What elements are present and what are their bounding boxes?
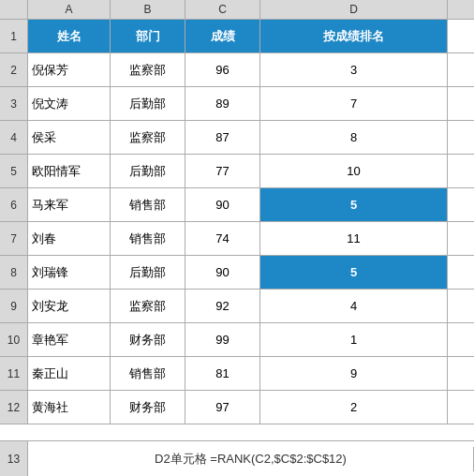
cell-dept-11: 销售部 bbox=[111, 357, 185, 390]
cell-dept-2: 监察部 bbox=[111, 53, 185, 86]
cell-name-8: 刘瑞锋 bbox=[28, 256, 111, 289]
cell-rank-12: 2 bbox=[260, 391, 448, 424]
cell-score-7: 74 bbox=[185, 222, 260, 255]
cell-dept-4: 监察部 bbox=[111, 121, 185, 154]
formula-text: D2单元格 =RANK(C2,$C$2:$C$12) bbox=[28, 447, 474, 471]
table-row: 8 刘瑞锋 后勤部 90 5 bbox=[0, 256, 474, 290]
table-row: 11 秦正山 销售部 81 9 bbox=[0, 357, 474, 391]
cell-rank-4: 8 bbox=[260, 121, 448, 154]
cell-rank-8: 5 bbox=[260, 256, 448, 289]
row-num-8: 8 bbox=[0, 256, 28, 289]
cell-name-2: 倪保芳 bbox=[28, 53, 111, 86]
cell-rank-9: 4 bbox=[260, 290, 448, 322]
row-num-5: 5 bbox=[0, 155, 28, 187]
col-header-d: D bbox=[260, 0, 448, 19]
cell-dept-10: 财务部 bbox=[111, 323, 185, 356]
cell-rank-3: 7 bbox=[260, 87, 448, 120]
row-num-2: 2 bbox=[0, 53, 28, 86]
table-row: 6 马来军 销售部 90 5 bbox=[0, 188, 474, 222]
cell-name-4: 侯采 bbox=[28, 121, 111, 154]
cell-score-8: 90 bbox=[185, 256, 260, 289]
formula-row: 13 D2单元格 =RANK(C2,$C$2:$C$12) bbox=[0, 440, 474, 476]
header-dept: 部门 bbox=[111, 20, 185, 52]
cell-rank-10: 1 bbox=[260, 323, 448, 356]
cell-score-5: 77 bbox=[185, 155, 260, 187]
cell-name-7: 刘春 bbox=[28, 222, 111, 255]
cell-dept-5: 后勤部 bbox=[111, 155, 185, 187]
table-row: 12 黄海社 财务部 97 2 bbox=[0, 391, 474, 424]
cell-name-3: 倪文涛 bbox=[28, 87, 111, 120]
cell-dept-12: 财务部 bbox=[111, 391, 185, 424]
table-row: 2 倪保芳 监察部 96 3 bbox=[0, 53, 474, 87]
header-name: 姓名 bbox=[28, 20, 111, 52]
table-row: 4 侯采 监察部 87 8 bbox=[0, 121, 474, 155]
cell-score-6: 90 bbox=[185, 188, 260, 221]
cell-dept-8: 后勤部 bbox=[111, 256, 185, 289]
col-header-a: A bbox=[28, 0, 111, 19]
row-num-7: 7 bbox=[0, 222, 28, 255]
cell-rank-11: 9 bbox=[260, 357, 448, 390]
cell-dept-6: 销售部 bbox=[111, 188, 185, 221]
cell-rank-6: 5 bbox=[260, 188, 448, 221]
row-num-11: 11 bbox=[0, 357, 28, 390]
table-body: 1 姓名 部门 成绩 按成绩排名 2 倪保芳 监察部 96 3 3 倪文涛 后勤… bbox=[0, 20, 474, 440]
row-num-10: 10 bbox=[0, 323, 28, 356]
cell-rank-7: 11 bbox=[260, 222, 448, 255]
spreadsheet: A B C D 1 姓名 部门 成绩 按成绩排名 2 倪保芳 监察部 96 3 … bbox=[0, 0, 474, 476]
cell-name-6: 马来军 bbox=[28, 188, 111, 221]
col-header-c: C bbox=[185, 0, 260, 19]
cell-name-9: 刘安龙 bbox=[28, 290, 111, 322]
cell-score-4: 87 bbox=[185, 121, 260, 154]
row-num-3: 3 bbox=[0, 87, 28, 120]
cell-score-3: 89 bbox=[185, 87, 260, 120]
table-row: 3 倪文涛 后勤部 89 7 bbox=[0, 87, 474, 121]
cell-name-12: 黄海社 bbox=[28, 391, 111, 424]
row-num-9: 9 bbox=[0, 290, 28, 322]
row-num-13: 13 bbox=[0, 441, 28, 477]
row-num-4: 4 bbox=[0, 121, 28, 154]
header-score: 成绩 bbox=[185, 20, 260, 52]
table-row: 10 章艳军 财务部 99 1 bbox=[0, 323, 474, 357]
cell-rank-2: 3 bbox=[260, 53, 448, 86]
table-row: 7 刘春 销售部 74 11 bbox=[0, 222, 474, 256]
cell-dept-9: 监察部 bbox=[111, 290, 185, 322]
table-header-row: 1 姓名 部门 成绩 按成绩排名 bbox=[0, 20, 474, 53]
cell-dept-7: 销售部 bbox=[111, 222, 185, 255]
cell-score-10: 99 bbox=[185, 323, 260, 356]
cell-name-5: 欧阳情军 bbox=[28, 155, 111, 187]
cell-name-10: 章艳军 bbox=[28, 323, 111, 356]
cell-score-2: 96 bbox=[185, 53, 260, 86]
row-num-1: 1 bbox=[0, 20, 28, 52]
cell-score-12: 97 bbox=[185, 391, 260, 424]
column-headers: A B C D bbox=[0, 0, 474, 20]
cell-rank-5: 10 bbox=[260, 155, 448, 187]
corner-cell bbox=[0, 0, 28, 19]
col-header-b: B bbox=[111, 0, 185, 19]
table-row: 5 欧阳情军 后勤部 77 10 bbox=[0, 155, 474, 188]
cell-name-11: 秦正山 bbox=[28, 357, 111, 390]
data-rows: 2 倪保芳 监察部 96 3 3 倪文涛 后勤部 89 7 4 侯采 监察部 8… bbox=[0, 53, 474, 424]
cell-score-11: 81 bbox=[185, 357, 260, 390]
cell-dept-3: 后勤部 bbox=[111, 87, 185, 120]
table-row: 9 刘安龙 监察部 92 4 bbox=[0, 290, 474, 323]
cell-score-9: 92 bbox=[185, 290, 260, 322]
row-num-12: 12 bbox=[0, 391, 28, 424]
row-num-6: 6 bbox=[0, 188, 28, 221]
header-rank: 按成绩排名 bbox=[260, 20, 448, 52]
